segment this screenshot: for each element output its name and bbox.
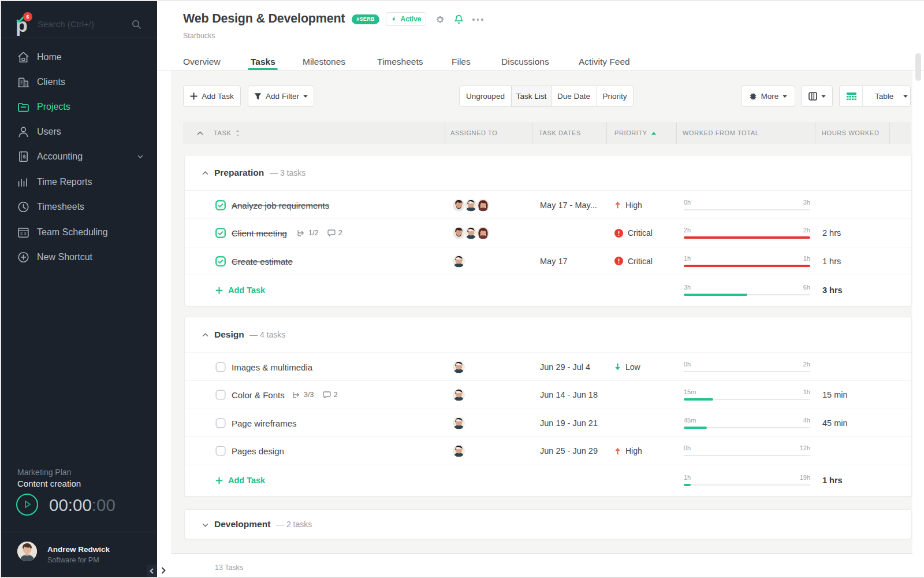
svg-text:$: $: [23, 153, 27, 160]
